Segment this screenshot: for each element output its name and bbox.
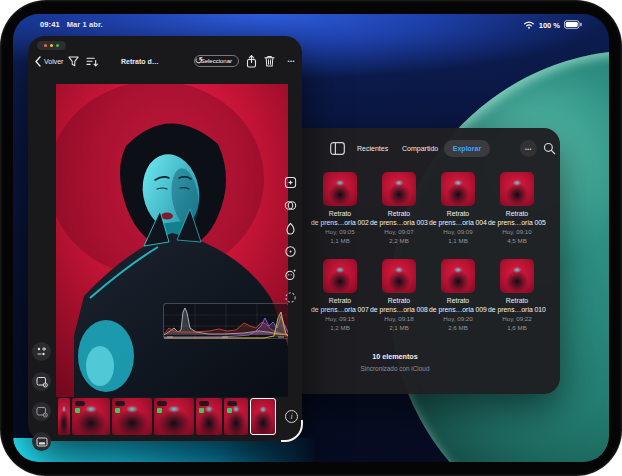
file-name-line1: Retrato (311, 296, 369, 305)
sliders-icon (36, 346, 47, 357)
back-label: Volver (44, 58, 63, 65)
frame-gear-icon (36, 406, 48, 418)
filmstrip-thumb[interactable] (154, 398, 194, 435)
file-item[interactable]: Retrato de prens…oria 005 Hoy, 09:10 4,5… (488, 172, 546, 245)
file-size: 1,2 MB (311, 323, 369, 332)
aspect-badge (75, 401, 85, 406)
file-name-line1: Retrato (311, 209, 369, 218)
file-name-line1: Retrato (429, 296, 487, 305)
export-settings-button[interactable] (32, 372, 51, 391)
file-item[interactable]: Retrato de prens…oria 010 Hoy, 09:22 1,6… (488, 259, 546, 332)
file-thumbnail[interactable] (441, 172, 475, 206)
tab-explorar[interactable]: Explorar (444, 140, 490, 157)
funnel-icon (68, 56, 79, 67)
browser-toggle-button[interactable] (32, 432, 51, 451)
photo-editor-window: Volver Retrato d… ↺ Seleccio (28, 36, 302, 441)
file-item[interactable]: Retrato de prens…oria 003 Hoy, 09:07 2,2… (370, 172, 428, 245)
file-thumbnail[interactable] (382, 259, 416, 293)
file-date: Hoy, 09:09 (429, 227, 487, 236)
file-thumbnail[interactable] (382, 172, 416, 206)
lens-circle-icon[interactable] (284, 245, 297, 258)
file-thumbnail[interactable] (500, 172, 534, 206)
share-icon (246, 55, 257, 68)
file-thumbnail[interactable] (323, 259, 357, 293)
chevron-left-icon (35, 56, 41, 67)
filmstrip-thumb[interactable] (196, 398, 222, 435)
retouch-face-icon[interactable] (284, 268, 297, 281)
wifi-icon (523, 20, 535, 31)
filmstrip-thumb[interactable] (58, 398, 70, 435)
file-name-line2: de prens…oria 003 (370, 218, 428, 227)
select-button[interactable]: Seleccionar (194, 51, 239, 71)
photo-canvas[interactable] (56, 84, 288, 397)
wallpaper-cyan-glow (13, 438, 383, 462)
trash-icon (264, 55, 275, 67)
file-name-line2: de prens…oria 008 (370, 305, 428, 314)
edited-badge (75, 408, 80, 413)
file-name-line1: Retrato (429, 209, 487, 218)
batch-settings-button[interactable] (32, 402, 51, 421)
file-thumbnail[interactable] (500, 259, 534, 293)
ellipsis-icon: ••• (525, 146, 532, 152)
filmstrip (58, 398, 276, 435)
battery-percent: 100 % (539, 21, 560, 30)
ellipsis-icon: ••• (287, 58, 295, 64)
search-button[interactable] (541, 140, 558, 157)
file-name-line1: Retrato (488, 296, 546, 305)
file-size: 2,1 MB (370, 323, 428, 332)
share-button[interactable] (246, 51, 257, 71)
file-name-line1: Retrato (370, 209, 428, 218)
window-title: Retrato d… (121, 51, 159, 71)
zoom-window-dot[interactable] (56, 44, 60, 48)
repair-brush-icon[interactable] (284, 222, 297, 235)
left-tools-rail (32, 342, 51, 451)
filmstrip-thumb[interactable] (72, 398, 110, 435)
file-item[interactable]: Retrato de prens…oria 004 Hoy, 09:09 1,1… (429, 172, 487, 245)
file-thumbnail[interactable] (441, 259, 475, 293)
filmstrip-thumb[interactable] (112, 398, 152, 435)
sort-button[interactable] (86, 51, 98, 71)
close-window-dot[interactable] (44, 44, 48, 48)
file-item[interactable]: Retrato de prens…oria 009 Hoy, 09:20 2,6… (429, 259, 487, 332)
aspect-badge (157, 401, 167, 406)
sort-lines-icon (86, 56, 98, 67)
filter-button[interactable] (68, 51, 79, 71)
file-thumbnail[interactable] (323, 172, 357, 206)
file-item[interactable]: Retrato de prens…oria 002 Hoy, 09:05 1,1… (311, 172, 369, 245)
file-size: 1,1 MB (311, 236, 369, 245)
file-size: 4,5 MB (488, 236, 546, 245)
file-name-line1: Retrato (488, 209, 546, 218)
file-item[interactable]: Retrato de prens…oria 008 Hoy, 09:18 2,1… (370, 259, 428, 332)
panel-more-button[interactable]: ••• (520, 140, 537, 157)
file-date: Hoy, 09:07 (370, 227, 428, 236)
tab-recientes[interactable]: Recientes (357, 140, 388, 157)
date: Mar 1 abr. (67, 20, 103, 29)
ipad-screen: 09:41 Mar 1 abr. 100 % (13, 14, 609, 462)
editor-more-button[interactable]: ••• (287, 51, 295, 71)
filmstrip-thumb-selected[interactable] (250, 398, 276, 435)
auto-enhance-icon[interactable] (284, 176, 297, 189)
file-date: Hoy, 09:18 (370, 314, 428, 323)
delete-button[interactable] (264, 51, 275, 71)
tab-compartido[interactable]: Compartido (402, 140, 438, 157)
window-controls[interactable] (37, 41, 66, 50)
histogram-panel[interactable] (163, 303, 288, 339)
file-size: 2,6 MB (429, 323, 487, 332)
editing-tools-rail (284, 176, 298, 304)
smart-adjust-button[interactable] (32, 342, 51, 361)
file-item[interactable]: Retrato de prens…oria 007 Hoy, 09:15 1,2… (311, 259, 369, 332)
edited-badge (157, 408, 162, 413)
aspect-badge (115, 401, 125, 406)
edited-badge (199, 408, 204, 413)
select-subject-icon[interactable] (284, 291, 297, 304)
filmstrip-thumb[interactable] (224, 398, 248, 435)
sidebar-toggle-icon[interactable] (330, 141, 345, 154)
back-button[interactable]: Volver (35, 51, 63, 71)
minimize-window-dot[interactable] (50, 44, 54, 48)
file-name-line2: de prens…oria 009 (429, 305, 487, 314)
file-name-line2: de prens…oria 010 (488, 305, 546, 314)
file-date: Hoy, 09:10 (488, 227, 546, 236)
file-name-line2: de prens…oria 004 (429, 218, 487, 227)
file-name-line2: de prens…oria 005 (488, 218, 546, 227)
color-adjust-icon[interactable] (284, 199, 297, 212)
